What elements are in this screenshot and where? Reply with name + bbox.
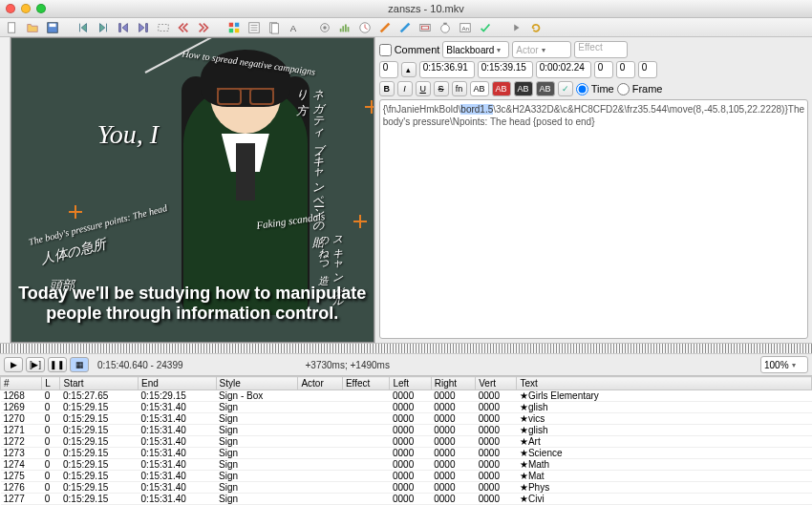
column-header[interactable]: Actor (298, 377, 342, 390)
table-row[interactable]: 127000:15:29.150:15:31.40Sign00000000000… (1, 413, 812, 425)
secondary-color-button[interactable]: AB (492, 81, 511, 96)
comment-checkbox[interactable] (379, 44, 392, 56)
resample-icon[interactable] (417, 20, 434, 35)
column-header[interactable]: L (42, 377, 60, 390)
snap-start-icon[interactable] (115, 20, 132, 35)
kanji-timer-icon[interactable]: An (457, 20, 474, 35)
shadow-color-button[interactable]: AB (536, 81, 555, 96)
subtitle-overlay: Today we'll be studying how to manipulat… (11, 284, 374, 325)
cycle-icon[interactable] (527, 20, 545, 35)
table-row[interactable]: 127200:15:29.150:15:31.40Sign00000000000… (1, 436, 812, 448)
column-header[interactable]: Right (431, 377, 475, 390)
margin-right-field[interactable]: 0 (616, 61, 635, 78)
svg-rect-2 (50, 23, 56, 27)
svg-rect-6 (229, 28, 233, 32)
timing-postprocessor-icon[interactable] (437, 20, 454, 35)
shift-times-icon[interactable] (356, 20, 374, 35)
subtitle-grid[interactable]: #LStartEndStyleActorEffectLeftRightVertT… (0, 375, 812, 505)
actor-dropdown[interactable]: Actor (512, 41, 571, 58)
play-line-button[interactable]: [▶] (26, 357, 45, 372)
column-header[interactable]: Effect (342, 377, 390, 390)
video-preview[interactable]: You, I The body's pressure points: The h… (11, 37, 374, 343)
column-header[interactable]: Vert (476, 377, 517, 390)
comment-label: Comment (395, 44, 440, 55)
minimize-window[interactable] (21, 4, 31, 13)
audio-panel: ▶ [▶] ❚❚ ▦ 0:15:40.640 - 24399 +3730ms; … (0, 343, 812, 375)
position-marker-icon[interactable] (353, 215, 367, 228)
svg-rect-5 (235, 22, 239, 26)
duration-field[interactable]: 0:00:02.24 (536, 61, 591, 78)
style-dropdown[interactable]: Blackboard (442, 41, 509, 58)
start-time-field[interactable]: 0:15:36.91 (419, 61, 475, 78)
time-radio[interactable] (576, 83, 588, 95)
table-row[interactable]: 127100:15:29.150:15:31.40Sign00000000000… (1, 425, 812, 436)
layer-spin-icon[interactable]: ▴ (401, 62, 417, 77)
new-file-icon[interactable] (4, 20, 21, 35)
end-time-field[interactable]: 0:15:39.15 (478, 61, 533, 78)
margin-left-field[interactable]: 0 (594, 61, 613, 78)
attachments-icon[interactable] (266, 20, 283, 35)
svg-text:An: An (462, 24, 469, 31)
jump-start-icon[interactable] (75, 20, 92, 35)
effect-field[interactable]: Effect (574, 41, 628, 58)
table-row[interactable]: 127300:15:29.150:15:31.40Sign00000000000… (1, 448, 812, 459)
zoom-dropdown[interactable]: 100% (760, 356, 808, 373)
table-row[interactable]: 127700:15:29.150:15:31.40Sign00000000000… (1, 494, 812, 505)
frame-radio[interactable] (617, 83, 630, 95)
shift-forward-icon[interactable] (195, 20, 212, 35)
position-marker-icon[interactable] (69, 205, 82, 219)
column-header[interactable]: Start (60, 377, 139, 390)
audio-waveform[interactable] (0, 344, 812, 354)
column-header[interactable]: End (139, 377, 217, 390)
italic-button[interactable]: I (397, 81, 413, 96)
margin-vert-field[interactable]: 0 (638, 61, 657, 78)
font-button[interactable]: fn (452, 81, 467, 96)
snap-end-icon[interactable] (135, 20, 152, 35)
spellcheck-icon[interactable] (477, 20, 494, 35)
column-header[interactable]: # (1, 377, 42, 390)
main-toolbar: A An (0, 18, 812, 37)
playback-time: 0:15:40.640 - 24399 (92, 360, 189, 370)
open-file-icon[interactable] (24, 20, 41, 35)
table-row[interactable]: 127600:15:29.150:15:31.40Sign00000000000… (1, 482, 812, 494)
strike-button[interactable]: S (434, 81, 449, 96)
layer-field[interactable]: 0 (379, 61, 398, 78)
properties-icon[interactable] (246, 20, 263, 35)
close-window[interactable] (6, 4, 15, 13)
column-header[interactable]: Text (517, 377, 812, 390)
primary-color-button[interactable]: AB (470, 81, 489, 96)
window-controls (6, 4, 46, 13)
fonts-collector-icon[interactable]: A (286, 20, 303, 35)
select-visible-icon[interactable] (155, 20, 172, 35)
save-file-icon[interactable] (44, 20, 61, 35)
bold-button[interactable]: B (379, 81, 395, 96)
underline-button[interactable]: U (416, 81, 431, 96)
table-row[interactable]: 126900:15:29.150:15:31.40Sign00000000000… (1, 402, 812, 413)
svg-rect-25 (443, 22, 447, 24)
frame-label: Frame (632, 83, 663, 95)
subtitle-edit-textarea[interactable]: {\fnJanieHmkBold\bord1.5\3c&H2A332D&\c&H… (379, 99, 808, 339)
zoom-window[interactable] (36, 4, 46, 13)
svg-point-16 (323, 26, 327, 30)
translation-assistant-icon[interactable] (396, 20, 414, 35)
table-row[interactable]: 127500:15:29.150:15:31.40Sign00000000000… (1, 471, 812, 482)
shift-back-icon[interactable] (175, 20, 192, 35)
position-marker-icon[interactable] (365, 100, 374, 114)
styles-manager-icon[interactable] (225, 20, 243, 35)
outline-color-button[interactable]: AB (514, 81, 533, 96)
commit-button[interactable]: ✓ (558, 81, 573, 96)
subtitle-line1: Today we'll be studying how to manipulat… (11, 284, 374, 305)
column-header[interactable]: Style (216, 377, 298, 390)
column-header[interactable]: Left (390, 377, 431, 390)
pause-button[interactable]: ❚❚ (48, 357, 67, 372)
automation-icon[interactable] (316, 20, 333, 35)
table-row[interactable]: 126800:15:27.650:15:29.15Sign - Box00000… (1, 390, 812, 402)
play-button[interactable]: ▶ (4, 357, 23, 372)
options-icon[interactable] (507, 20, 524, 35)
toggle-autoscroll-button[interactable]: ▦ (70, 357, 89, 372)
table-row[interactable]: 127400:15:29.150:15:31.40Sign00000000000… (1, 459, 812, 471)
styling-assistant-icon[interactable] (376, 20, 394, 35)
svg-rect-7 (235, 28, 239, 32)
spectrum-icon[interactable] (336, 20, 353, 35)
jump-end-icon[interactable] (95, 20, 112, 35)
